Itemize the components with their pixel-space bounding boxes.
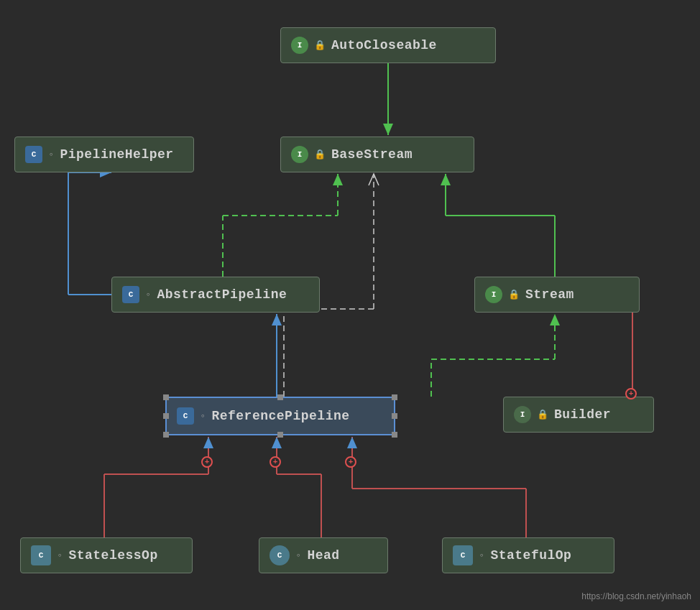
plus-badge-1: + — [201, 456, 213, 468]
badge-head: C — [270, 545, 290, 565]
svg-marker-9 — [333, 174, 343, 185]
lock-icon-basestream: 🔒 — [314, 149, 326, 160]
badge-statefulop: C — [453, 545, 473, 565]
svg-marker-32 — [272, 437, 282, 448]
badge-basestream: I — [291, 146, 308, 163]
label-head: Head — [307, 548, 339, 563]
svg-marker-28 — [203, 437, 213, 448]
node-statefulop[interactable]: C ◦ StatefulOp — [442, 537, 614, 573]
badge-referencepipeline: C — [177, 407, 194, 425]
node-basestream[interactable]: I 🔒 BaseStream — [280, 137, 474, 172]
node-builder[interactable]: I 🔒 Builder — [503, 397, 654, 433]
label-referencepipeline: ReferencePipeline — [211, 409, 349, 423]
dot-icon-referencepipeline: ◦ — [200, 410, 206, 422]
node-autocloseable[interactable]: I 🔒 AutoCloseable — [280, 27, 496, 63]
plus-badge-builder: + — [625, 388, 637, 399]
node-head[interactable]: C ◦ Head — [259, 537, 388, 573]
label-builder: Builder — [554, 407, 611, 422]
plus-badge-2: + — [270, 456, 281, 468]
node-abstractpipeline[interactable]: C ◦ AbstractPipeline — [111, 277, 320, 313]
badge-autocloseable: I — [291, 37, 308, 54]
svg-marker-36 — [347, 437, 357, 448]
badge-builder: I — [514, 406, 531, 423]
lock-icon-stream: 🔒 — [508, 289, 520, 300]
label-stream: Stream — [525, 287, 574, 302]
svg-marker-16 — [441, 174, 451, 185]
node-stream[interactable]: I 🔒 Stream — [474, 277, 640, 313]
diagram-container: I 🔒 AutoCloseable I 🔒 BaseStream C ◦ Pip… — [0, 0, 700, 610]
badge-abstractpipeline: C — [122, 286, 139, 303]
dot-icon-pipelinehelper: ◦ — [48, 149, 54, 160]
watermark: https://blog.csdn.net/yinhaoh — [581, 591, 691, 601]
dot-icon-head: ◦ — [295, 550, 301, 561]
label-autocloseable: AutoCloseable — [331, 38, 437, 52]
label-statefulop: StatefulOp — [490, 548, 571, 563]
node-pipelinehelper[interactable]: C ◦ PipelineHelper — [14, 137, 194, 172]
dot-icon-abstractpipeline: ◦ — [145, 289, 151, 300]
node-referencepipeline[interactable]: C ◦ ReferencePipeline — [165, 397, 395, 435]
label-statelessop: StatelessOp — [68, 548, 157, 563]
badge-stream: I — [485, 286, 502, 303]
svg-marker-1 — [383, 124, 393, 135]
node-statelessop[interactable]: C ◦ StatelessOp — [20, 537, 193, 573]
lock-icon-autocloseable: 🔒 — [314, 40, 326, 51]
svg-marker-18 — [272, 314, 282, 325]
dot-icon-statelessop: ◦ — [57, 550, 63, 561]
svg-marker-22 — [550, 314, 560, 325]
badge-pipelinehelper: C — [25, 146, 42, 163]
badge-statelessop: C — [31, 545, 51, 565]
lock-icon-builder: 🔒 — [537, 409, 548, 420]
label-basestream: BaseStream — [331, 147, 413, 162]
dot-icon-statefulop: ◦ — [479, 550, 484, 561]
label-pipelinehelper: PipelineHelper — [60, 147, 173, 162]
label-abstractpipeline: AbstractPipeline — [157, 287, 287, 302]
plus-badge-3: + — [345, 456, 356, 468]
